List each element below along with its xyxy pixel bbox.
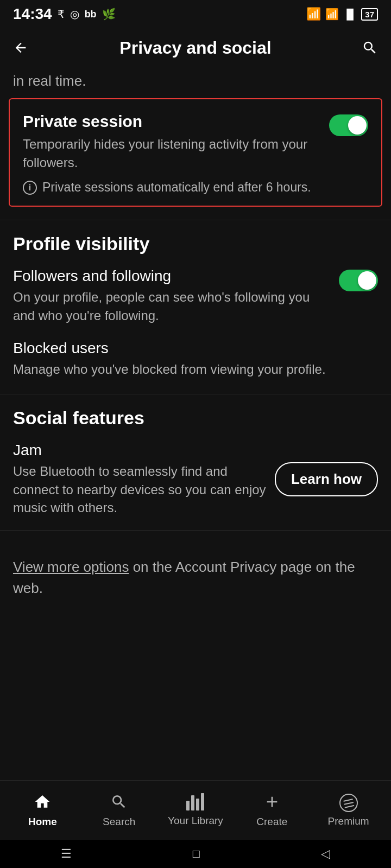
profile-visibility-title: Profile visibility [13, 233, 378, 254]
nav-item-premium[interactable]: Premium [310, 794, 387, 827]
private-session-card: Private session Temporarily hides your l… [9, 98, 382, 207]
top-navigation: Privacy and social [0, 28, 391, 67]
android-menu-icon[interactable]: ☰ [61, 847, 72, 861]
jam-description: Use Bluetooth to seamlessly find and con… [13, 462, 266, 517]
search-nav-icon [110, 793, 128, 813]
premium-icon [339, 794, 358, 812]
divider-1 [0, 220, 391, 220]
android-home-icon[interactable]: □ [193, 847, 200, 861]
create-icon [263, 793, 281, 813]
nav-item-library[interactable]: Your Library [157, 794, 234, 827]
jam-info: Jam Use Bluetooth to seamlessly find and… [13, 442, 266, 517]
jam-row: Jam Use Bluetooth to seamlessly find and… [13, 442, 378, 517]
status-icon-rupee: ₹ [58, 8, 65, 21]
social-features-section: Social features Jam Use Bluetooth to sea… [0, 407, 391, 517]
home-icon [34, 793, 51, 813]
nav-item-create[interactable]: Create [234, 793, 310, 828]
blocked-users-item[interactable]: Blocked users Manage who you've blocked … [13, 337, 378, 381]
followers-following-desc: On your profile, people can see who's fo… [13, 288, 330, 324]
wifi-icon: 📶 [306, 7, 321, 21]
back-button[interactable] [13, 40, 39, 55]
status-icon-circle: ◎ [70, 8, 79, 21]
private-session-toggle[interactable] [329, 114, 368, 136]
signal-icon: ▐▌ [343, 9, 357, 20]
nav-item-search[interactable]: Search [81, 793, 157, 828]
call-icon: 📶 [325, 8, 339, 21]
private-session-note: i Private sessions automatically end aft… [23, 180, 368, 195]
blocked-users-title: Blocked users [13, 340, 378, 357]
followers-toggle[interactable] [339, 270, 378, 291]
divider-2 [0, 394, 391, 394]
private-session-title: Private session [23, 112, 320, 131]
premium-label: Premium [328, 815, 369, 827]
private-session-info: Private session Temporarily hides your l… [23, 112, 320, 171]
view-more-link[interactable]: View more options [13, 559, 129, 575]
page-title: Privacy and social [119, 38, 271, 58]
home-label: Home [28, 816, 57, 828]
followers-following-title: Followers and following [13, 267, 330, 285]
nav-item-home[interactable]: Home [4, 793, 81, 828]
android-navigation: ☰ □ ◁ [0, 840, 391, 868]
profile-visibility-section: Profile visibility Followers and followi… [0, 233, 391, 381]
status-bar: 14:34 ₹ ◎ bb 🌿 📶 📶 ▐▌ 37 [0, 0, 391, 28]
android-back-icon[interactable]: ◁ [321, 847, 330, 861]
search-button[interactable] [352, 40, 378, 56]
spacer [0, 612, 391, 737]
learn-how-button[interactable]: Learn how [275, 462, 378, 496]
followers-following-info: Followers and following On your profile,… [13, 267, 330, 324]
library-label: Your Library [168, 815, 223, 827]
social-features-title: Social features [13, 407, 378, 429]
search-label: Search [103, 816, 135, 828]
blocked-users-info: Blocked users Manage who you've blocked … [13, 340, 378, 379]
status-icon-leaf: 🌿 [102, 8, 116, 21]
create-label: Create [256, 816, 287, 828]
divider-3 [0, 530, 391, 531]
status-icon-bb: bb [85, 9, 97, 20]
view-more-section: View more options on the Account Privacy… [0, 544, 391, 612]
library-icon [186, 794, 204, 812]
private-session-description: Temporarily hides your listening activit… [23, 135, 320, 171]
followers-following-item: Followers and following On your profile,… [13, 267, 378, 324]
jam-title: Jam [13, 442, 266, 459]
blocked-users-desc: Manage who you've blocked from viewing y… [13, 360, 378, 379]
bottom-navigation: Home Search Your Library Create Pre [0, 780, 391, 840]
partial-text: in real time. [0, 67, 391, 98]
status-time: 14:34 [13, 5, 52, 23]
battery-indicator: 37 [361, 8, 378, 21]
info-icon: i [23, 181, 37, 195]
